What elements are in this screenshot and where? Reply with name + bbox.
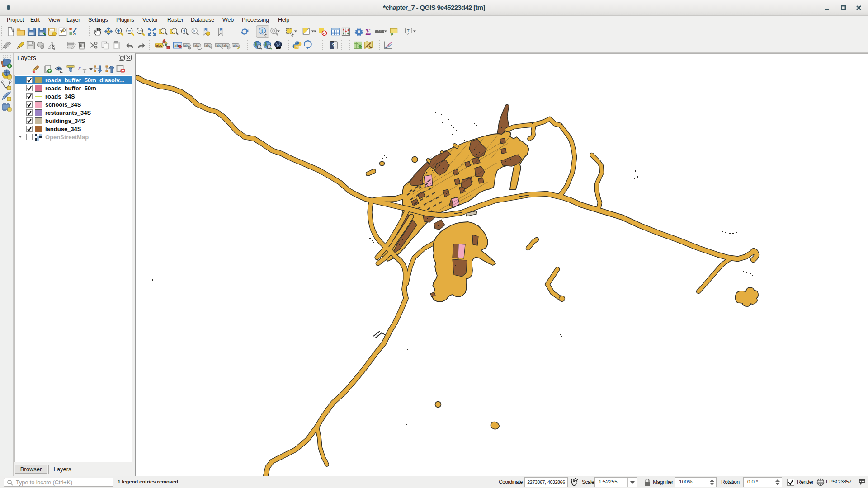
svg-text:abc: abc xyxy=(223,44,229,47)
svg-text:abc: abc xyxy=(205,44,211,47)
svg-text:Σ: Σ xyxy=(365,27,371,37)
svg-text:1:1: 1:1 xyxy=(138,29,142,33)
svg-text:abc: abc xyxy=(194,44,200,47)
svg-text:abc: abc xyxy=(184,44,189,47)
svg-text:ε: ε xyxy=(78,65,81,72)
svg-text:?: ? xyxy=(332,42,335,49)
svg-text:i: i xyxy=(261,28,263,33)
svg-text:abc: abc xyxy=(216,44,222,47)
svg-text:abc: abc xyxy=(156,43,163,47)
svg-text:ab: ab xyxy=(175,43,179,48)
svg-text:a: a xyxy=(73,31,76,37)
svg-text:T: T xyxy=(407,28,410,33)
svg-text:abc: abc xyxy=(233,44,238,47)
